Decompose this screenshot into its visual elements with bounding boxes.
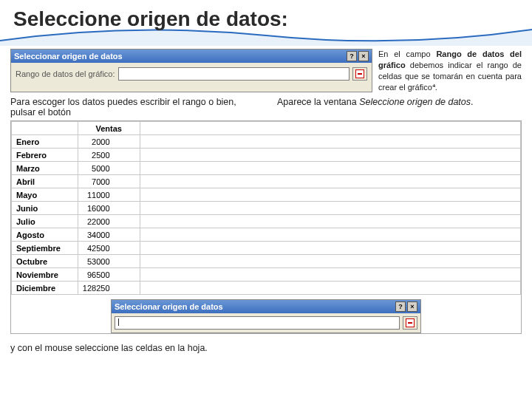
cell-empty (140, 149, 520, 162)
dialog1-range-input[interactable] (118, 67, 349, 81)
table-row: Agosto34000 (12, 228, 521, 242)
instruction-mid-right: Aparece la ventana Seleccione origen de … (277, 97, 522, 117)
cell-value: 53000 (78, 255, 140, 268)
table-row: Enero2000 (12, 135, 521, 149)
cell-month: Julio (12, 215, 78, 228)
cell-value: 128250 (78, 282, 140, 295)
cell-month: Agosto (12, 228, 78, 242)
cell-value: 42500 (78, 242, 140, 255)
cell-month: Noviembre (12, 268, 78, 282)
range-selector-icon (406, 318, 415, 327)
instruction-text-top: En el campo Rango de datos del gráfico d… (378, 49, 522, 92)
cell-value: 2000 (78, 135, 140, 149)
table-row: Octubre53000 (12, 255, 521, 268)
dialog1-title: Seleccionar origen de datos (14, 52, 123, 61)
table-header-ventas: Ventas (78, 122, 140, 135)
cell-empty (140, 162, 520, 175)
slide-header: Seleccione origen de datos: (0, 0, 532, 46)
cell-value: 7000 (78, 175, 140, 188)
table-row: Marzo5000 (12, 162, 521, 175)
table-row: Febrero2500 (12, 149, 521, 162)
cell-month: Septiembre (12, 242, 78, 255)
table-row: Julio22000 (12, 215, 521, 228)
cell-empty (140, 175, 520, 188)
help-button[interactable]: ? (395, 301, 406, 312)
cell-month: Junio (12, 202, 78, 215)
dialog1-titlebar: Seleccionar origen de datos ? × (11, 50, 372, 63)
cell-value: 16000 (78, 202, 140, 215)
close-button[interactable]: × (407, 301, 417, 312)
cell-empty (140, 188, 520, 202)
cell-value: 22000 (78, 215, 140, 228)
close-button[interactable]: × (358, 51, 369, 61)
collapse-dialog-button[interactable] (403, 316, 417, 330)
table-row: Diciembre128250 (12, 282, 521, 295)
dialog1-range-label: Rango de datos del gráfico: (16, 69, 115, 78)
cell-value: 11000 (78, 188, 140, 202)
table-row: Junio16000 (12, 202, 521, 215)
cell-value: 34000 (78, 228, 140, 242)
spreadsheet-area: Ventas Enero2000Febrero2500Marzo5000Abri… (10, 120, 522, 334)
table-header-wide (140, 122, 520, 135)
dialog-select-data-source-1: Seleccionar origen de datos ? × Rango de… (10, 49, 372, 92)
instruction-pre: En el campo (378, 50, 436, 58)
page-title: Seleccione origen de datos: (13, 7, 288, 31)
cell-empty (140, 135, 520, 149)
instruction-bottom: y con el mouse seleccione las celdas en … (0, 334, 532, 353)
cell-month: Abril (12, 175, 78, 188)
dialog2-titlebar: Seleccionar origen de datos ? × (112, 300, 420, 313)
cell-month: Diciembre (12, 282, 78, 295)
cell-value: 5000 (78, 162, 140, 175)
help-button[interactable]: ? (347, 51, 357, 61)
cell-empty (140, 202, 520, 215)
data-table: Ventas Enero2000Febrero2500Marzo5000Abri… (11, 121, 521, 295)
table-row: Noviembre96500 (12, 268, 521, 282)
dialog2-range-input[interactable]: | (115, 316, 400, 330)
cell-empty (140, 215, 520, 228)
cell-value: 96500 (78, 268, 140, 282)
cell-empty (140, 228, 520, 242)
table-row: Septiembre42500 (12, 242, 521, 255)
cell-month: Febrero (12, 149, 78, 162)
cell-month: Octubre (12, 255, 78, 268)
cell-month: Enero (12, 135, 78, 149)
cell-empty (140, 268, 520, 282)
mid-right-pre: Aparece la ventana (277, 97, 359, 107)
cell-value: 2500 (78, 149, 140, 162)
mid-right-post: . (471, 97, 473, 107)
cell-month: Mayo (12, 188, 78, 202)
table-row: Mayo11000 (12, 188, 521, 202)
cell-month: Marzo (12, 162, 78, 175)
table-header-row: Ventas (12, 122, 521, 135)
table-header-empty (12, 122, 78, 135)
collapse-dialog-button[interactable] (352, 67, 367, 81)
cell-empty (140, 255, 520, 268)
cell-empty (140, 242, 520, 255)
range-selector-icon (355, 69, 364, 78)
dialog-select-data-source-2: Seleccionar origen de datos ? × | (111, 299, 421, 333)
cell-empty (140, 282, 520, 295)
instruction-mid-left: Para escoger los datos puedes escribir e… (10, 97, 255, 117)
table-row: Abril7000 (12, 175, 521, 188)
dialog2-title: Seleccionar origen de datos (115, 302, 223, 311)
mid-right-italic: Seleccione origen de datos (359, 97, 471, 107)
